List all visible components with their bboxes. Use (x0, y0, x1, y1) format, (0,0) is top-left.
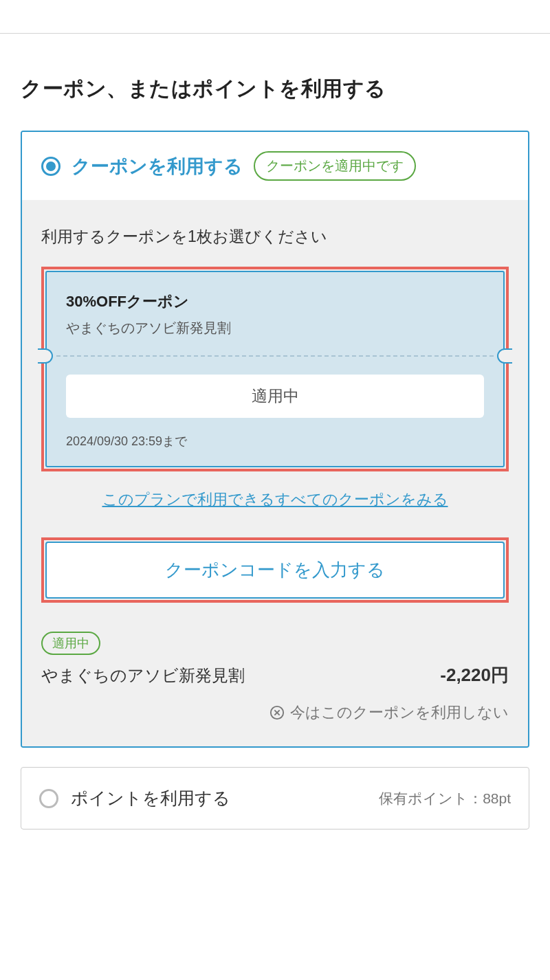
coupon-card-highlight: 30%OFFクーポン やまぐちのアソビ新発見割 適用中 2024/09/30 2… (41, 267, 509, 471)
close-circle-icon (270, 705, 285, 720)
coupon-section-body: 利用するクーポンを1枚お選びください 30%OFFクーポン やまぐちのアソビ新発… (22, 200, 528, 746)
remove-coupon-label: 今はこのクーポンを利用しない (290, 702, 509, 723)
discount-row: やまぐちのアソビ新発見割 -2,220円 (41, 663, 509, 687)
top-divider (0, 33, 550, 34)
page-title: クーポン、またはポイントを利用する (21, 75, 529, 103)
points-section[interactable]: ポイントを利用する 保有ポイント：88pt (21, 767, 529, 829)
radio-selected-icon (41, 157, 60, 176)
coupon-ticket-divider (56, 355, 494, 357)
remove-coupon-link[interactable]: 今はこのクーポンを利用しない (41, 702, 509, 723)
coupon-section: クーポンを利用する クーポンを適用中です 利用するクーポンを1枚お選びください … (21, 131, 529, 748)
coupon-code-input-button[interactable]: クーポンコードを入力する (45, 542, 505, 599)
discount-name: やまぐちのアソビ新発見割 (41, 665, 245, 687)
points-section-title: ポイントを利用する (71, 787, 230, 810)
discount-applied-tag: 適用中 (41, 632, 100, 655)
discount-amount: -2,220円 (440, 663, 509, 687)
points-balance: 保有ポイント：88pt (379, 789, 511, 808)
coupon-instruction: 利用するクーポンを1枚お選びください (41, 226, 509, 247)
coupon-applied-badge: クーポンを適用中です (254, 151, 416, 181)
coupon-name: 30%OFFクーポン (66, 291, 484, 312)
coupon-section-title: クーポンを利用する (72, 154, 243, 179)
coupon-subtitle: やまぐちのアソビ新発見割 (66, 319, 484, 337)
view-all-coupons-link[interactable]: このプランで利用できるすべてのクーポンをみる (102, 491, 448, 508)
coupon-applied-button[interactable]: 適用中 (66, 375, 484, 418)
coupon-code-highlight: クーポンコードを入力する (41, 537, 509, 603)
coupon-card[interactable]: 30%OFFクーポン やまぐちのアソビ新発見割 適用中 2024/09/30 2… (45, 271, 505, 467)
coupon-section-header[interactable]: クーポンを利用する クーポンを適用中です (22, 132, 528, 200)
radio-unselected-icon (39, 789, 58, 808)
coupon-expiry: 2024/09/30 23:59まで (66, 433, 484, 449)
view-all-coupons-link-wrapper: このプランで利用できるすべてのクーポンをみる (41, 489, 509, 510)
